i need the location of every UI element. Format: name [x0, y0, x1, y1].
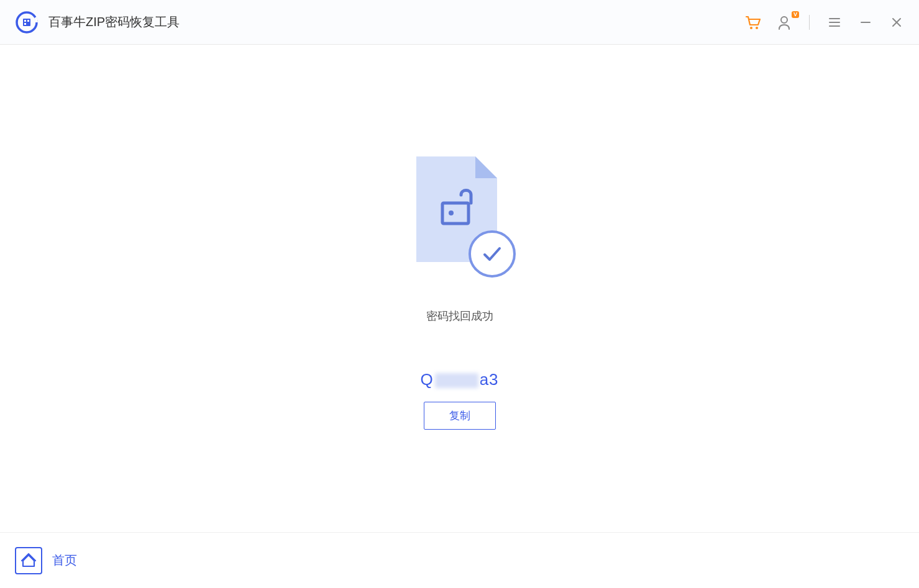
home-button[interactable]: 首页 — [15, 547, 77, 574]
close-button[interactable] — [887, 12, 907, 32]
svg-point-15 — [449, 210, 454, 215]
cart-icon — [744, 14, 762, 31]
header-left: 百事牛ZIP密码恢复工具 — [15, 11, 180, 34]
success-illustration — [404, 156, 516, 274]
password-blurred-section — [435, 373, 478, 388]
user-account-button[interactable]: V — [774, 12, 794, 32]
password-suffix: a3 — [480, 370, 499, 389]
copy-button[interactable]: 复制 — [424, 402, 496, 430]
close-icon — [890, 16, 903, 29]
menu-button[interactable] — [825, 12, 844, 32]
home-icon — [21, 553, 37, 569]
svg-rect-4 — [24, 23, 26, 25]
svg-rect-1 — [23, 19, 30, 26]
header-divider — [809, 15, 810, 30]
svg-rect-3 — [27, 20, 29, 22]
status-text: 密码找回成功 — [426, 309, 493, 323]
minimize-icon — [859, 16, 872, 29]
app-footer: 首页 — [0, 532, 919, 588]
app-logo-icon — [15, 11, 39, 34]
svg-point-5 — [750, 27, 752, 29]
checkmark-circle-icon — [469, 230, 516, 278]
password-prefix: Q — [420, 370, 433, 389]
header-right: V — [743, 12, 907, 32]
cart-button[interactable] — [743, 12, 763, 32]
minimize-button[interactable] — [856, 12, 876, 32]
svg-point-7 — [781, 17, 787, 23]
vip-badge-icon: V — [792, 11, 799, 18]
main-content: 密码找回成功 Qa3 复制 — [0, 45, 919, 532]
user-icon — [776, 14, 792, 30]
app-title: 百事牛ZIP密码恢复工具 — [48, 14, 180, 30]
hamburger-menu-icon — [828, 16, 841, 29]
home-icon-box — [15, 547, 42, 574]
password-result: Qa3 — [420, 370, 498, 389]
app-header: 百事牛ZIP密码恢复工具 V — [0, 0, 919, 45]
svg-rect-2 — [24, 20, 26, 22]
home-label: 首页 — [52, 552, 77, 569]
svg-point-6 — [756, 27, 758, 29]
